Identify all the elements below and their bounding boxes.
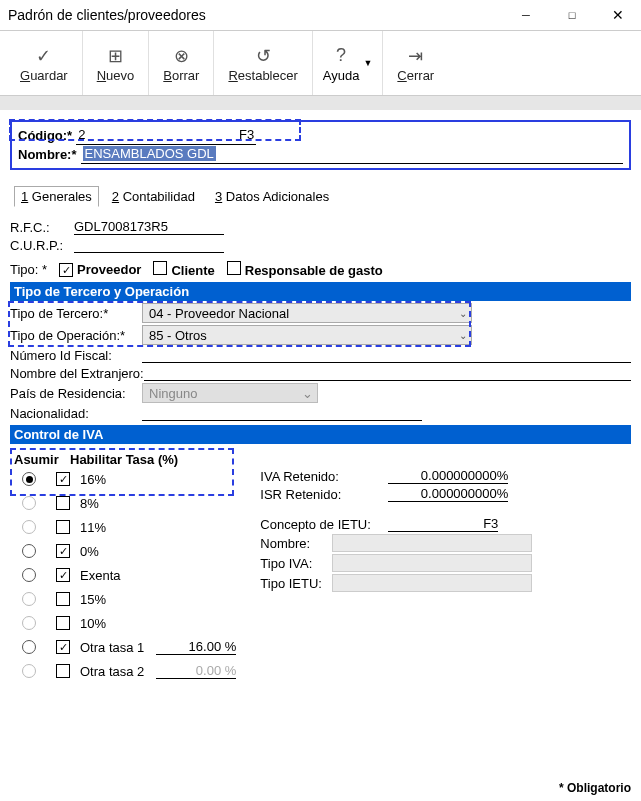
asumir-radio-15[interactable] [22,592,36,606]
tipo-tercero-label: Tipo de Tercero:* [10,306,142,321]
new-icon: ⊞ [108,44,123,68]
section-tipo-tercero: Tipo de Tercero y Operación [10,282,631,301]
tab-datos-adicionales[interactable]: 3 Datos Adicionales [208,186,336,207]
identity-box: Código:* 2 F3 Nombre:* ENSAMBLADOS GDL [10,120,631,170]
tasa-10-label: 10% [80,616,106,631]
nombre-label: Nombre:* [18,146,77,164]
guardar-button[interactable]: ✓ Guardar [6,31,83,95]
title-bar: Padrón de clientes/proveedores ─ □ ✕ [0,0,641,30]
required-footer: * Obligatorio [559,781,631,795]
chevron-down-icon: ⌄ [302,386,313,401]
ietu-tipoietu-field [332,574,532,592]
tasa-exenta-label: Exenta [80,568,120,583]
hdr-habilitar: Habilitar [70,452,122,467]
asumir-radio-exenta[interactable] [22,568,36,582]
separator [0,96,641,110]
minimize-button[interactable]: ─ [503,0,549,30]
concepto-ietu-input[interactable]: F3 [388,516,498,532]
tipo-tercero-select[interactable]: 04 - Proveedor Nacional⌄ [142,303,472,323]
asumir-radio-8[interactable] [22,496,36,510]
reset-icon: ↺ [256,44,271,68]
asumir-radio-11[interactable] [22,520,36,534]
tipo-label: Tipo: * [10,262,47,277]
chevron-down-icon: ⌄ [459,330,467,341]
tasa-otra2-label: Otra tasa 2 [80,664,144,679]
cliente-checkbox[interactable] [153,261,167,275]
cerrar-button[interactable]: ⇥ Cerrar [383,31,448,95]
nacionalidad-label: Nacionalidad: [10,406,142,421]
hdr-asumir: Asumir [14,452,70,467]
proveedor-checkbox[interactable]: ✓ [59,263,73,277]
pais-residencia-select: Ninguno⌄ [142,383,318,403]
isr-retenido-label: ISR Retenido: [260,487,388,502]
tasa-15-label: 15% [80,592,106,607]
habilitar-check-otra1[interactable]: ✓ [56,640,70,654]
tasa-8-label: 8% [80,496,99,511]
chevron-down-icon[interactable]: ▼ [363,58,372,68]
delete-icon: ⊗ [174,44,189,68]
otra2-value[interactable]: 0.00 % [156,663,236,679]
tipo-operacion-select[interactable]: 85 - Otros⌄ [142,325,472,345]
nombre-input[interactable]: ENSAMBLADOS GDL [83,146,216,161]
habilitar-check-16[interactable]: ✓ [56,472,70,486]
hdr-tasa: Tasa (%) [126,452,179,467]
toolbar: ✓ Guardar ⊞ Nuevo ⊗ Borrar ↺ Restablecer… [0,30,641,96]
nuevo-button[interactable]: ⊞ Nuevo [83,31,150,95]
tasa-0-label: 0% [80,544,99,559]
restablecer-button[interactable]: ↺ Restablecer [214,31,312,95]
maximize-button[interactable]: □ [549,0,595,30]
rfc-input[interactable]: GDL7008173R5 [74,219,224,235]
responsable-checkbox[interactable] [227,261,241,275]
ietu-tipoiva-field [332,554,532,572]
habilitar-check-exenta[interactable]: ✓ [56,568,70,582]
habilitar-check-0[interactable]: ✓ [56,544,70,558]
concepto-ietu-label: Concepto de IETU: [260,517,388,532]
asumir-radio-0[interactable] [22,544,36,558]
tab-content-generales: R.F.C.: GDL7008173R5 C.U.R.P.: Tipo: * ✓… [0,213,641,687]
iva-retenido-input[interactable]: 0.000000000% [388,468,508,484]
isr-retenido-input[interactable]: 0.000000000% [388,486,508,502]
habilitar-check-10[interactable] [56,616,70,630]
proveedor-label: Proveedor [77,262,141,277]
tab-generales[interactable]: 1 Generales [14,186,99,207]
curp-label: C.U.R.P.: [10,238,70,253]
codigo-f3-hint: F3 [239,126,254,144]
help-icon: ? [336,44,346,68]
numero-id-fiscal-input[interactable] [142,347,631,363]
ietu-tipoietu-label: Tipo IETU: [260,576,332,591]
checkmark-icon: ✓ [36,44,51,68]
asumir-radio-otra1[interactable] [22,640,36,654]
numero-id-fiscal-label: Número Id Fiscal: [10,348,142,363]
habilitar-check-8[interactable] [56,496,70,510]
borrar-button[interactable]: ⊗ Borrar [149,31,214,95]
habilitar-check-11[interactable] [56,520,70,534]
nombre-extranjero-input[interactable] [144,365,631,381]
asumir-radio-otra2[interactable] [22,664,36,678]
nacionalidad-input[interactable] [142,405,422,421]
habilitar-check-otra2[interactable] [56,664,70,678]
ietu-tipoiva-label: Tipo IVA: [260,556,332,571]
rfc-label: R.F.C.: [10,220,70,235]
ietu-nombre-field [332,534,532,552]
asumir-radio-16[interactable] [22,472,36,486]
ietu-nombre-label: Nombre: [260,536,332,551]
iva-retenido-label: IVA Retenido: [260,469,388,484]
cliente-label: Cliente [171,263,214,278]
curp-input[interactable] [74,237,224,253]
ayuda-button[interactable]: ? Ayuda ▼ [313,31,384,95]
iva-table: Asumir Habilitar Tasa (%) ✓16% 8% 11% ✓0… [10,448,240,687]
tipo-operacion-label: Tipo de Operación:* [10,328,142,343]
close-window-button[interactable]: ✕ [595,0,641,30]
asumir-radio-10[interactable] [22,616,36,630]
tab-bar: 1 Generales 2 Contabilidad 3 Datos Adici… [14,186,629,207]
responsable-label: Responsable de gasto [245,263,383,278]
habilitar-check-15[interactable] [56,592,70,606]
chevron-down-icon: ⌄ [459,308,467,319]
window-title: Padrón de clientes/proveedores [8,7,503,23]
codigo-label: Código:* [18,127,72,145]
otra1-value[interactable]: 16.00 % [156,639,236,655]
tasa-11-label: 11% [80,520,106,535]
codigo-input[interactable]: 2 [78,127,85,142]
tasa-otra1-label: Otra tasa 1 [80,640,144,655]
tab-contabilidad[interactable]: 2 Contabilidad [105,186,202,207]
